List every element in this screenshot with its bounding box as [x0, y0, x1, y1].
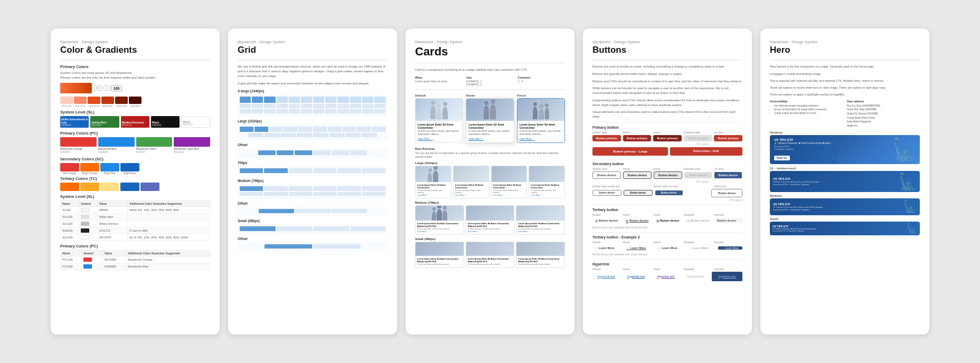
sm-card-body-3: Lorem Ipsum Dolor Sit Amet Consectetur A… [516, 256, 564, 268]
pc-table-section: Primary Colors (PC) Name Swatch Value Ad… [60, 244, 210, 270]
tertiary-btn-hover[interactable]: ⊙ Button device [623, 217, 652, 224]
secondary-btn-ondark[interactable]: Button device [714, 171, 742, 179]
table-row: PC2100 #1E88E5 Mackenzie Blue [61, 263, 210, 270]
secondary-sm-hover[interactable]: Button device [624, 190, 653, 196]
buttons-sub4: Implementing buttons and CTAs should all… [592, 98, 742, 107]
primary-btn-large[interactable]: Button primary - Large [592, 147, 668, 156]
small-size-label: Small (480px) [415, 237, 565, 241]
system-label-1: Mackenzie - Design System [60, 40, 210, 44]
secondary-btn-default[interactable]: Button device [592, 171, 621, 179]
secondary-section: Secondary Colors (SC) Red Orange Bright … [60, 157, 210, 175]
table-row: SL100 #f0f0f0 White 5%, 10%, 20%, 40%, 6… [61, 207, 210, 214]
secondary-sm-ondark[interactable]: Button device [655, 190, 684, 196]
learn-more-1[interactable]: Learn More → [418, 138, 460, 140]
focus-state-label: Focus [517, 94, 565, 97]
tc-sw-4 [120, 183, 139, 191]
default-state-label: Default [415, 94, 463, 97]
hyperlink-default[interactable]: Hyperlink text [592, 273, 620, 280]
tertiary-icon-2: ⊙ [626, 219, 628, 223]
primary-btn-disabled: Button primary [684, 135, 712, 141]
grid-offset-visual [238, 148, 388, 158]
md-card-body-1: Lorem Ipsum Dolor Sit Amet Consectetur A… [416, 221, 464, 234]
sl-swatch-2: Stellan Bert #2E7D32 [90, 116, 119, 128]
grid-xl-row-1 [240, 97, 385, 103]
pc-section: Primary Colors (PC) Mackenzie Orange #E5… [60, 131, 210, 154]
swatch-group-6: #4E0900 [129, 97, 142, 108]
secondary-states-row: Default state Hover Active Disabled stat… [592, 167, 742, 170]
md-card-3: Lorem Ipsum Dolor Sit Amet Consectetur A… [516, 205, 565, 235]
accessibility-col: Accessibility Use Alternate image messag… [770, 100, 843, 128]
card-img-2 [466, 99, 513, 121]
secondary-btn-active[interactable]: Button device [654, 171, 682, 179]
tc-sw-1 [60, 183, 79, 191]
columns-col: Columns 1 - 4 [518, 76, 565, 86]
color-picker-inputs: PC 1 100 [94, 85, 122, 91]
tertiary-btn-active[interactable]: ⊙ Button device [654, 217, 682, 224]
grid-small-label: Small (480px) [238, 219, 388, 223]
tc-swatches-row [60, 183, 210, 191]
system-label-5: Mackenzie - Design System [770, 40, 920, 44]
primary-btn-ondark[interactable]: Button primary [714, 135, 742, 141]
lg-card-body-3: Lorem Ipsum Dolor Sit Amet Consectetur U… [492, 182, 527, 198]
sl-title: System Level (SL) [60, 110, 210, 114]
tertiary2-btn-inverted: ← Learn More [718, 246, 742, 250]
hyperlink-active[interactable]: Hyperlink text [652, 273, 680, 280]
pc-title: Primary Colors (PC) [60, 131, 210, 136]
pc-sw-1 [60, 137, 97, 147]
hyperlink-hover[interactable]: Hyperlink text [622, 273, 649, 280]
secondary-sm-default[interactable]: Button device [592, 190, 621, 196]
best-practices-text: You can use this for an interaction or a… [415, 151, 565, 159]
tertiary-note: Button bonus size available that simply … [592, 226, 742, 229]
grid-700-row-1 [240, 168, 385, 173]
cards-demo-row-default: Lorem Ipsum Dolor Sit Amet Consectetur U… [415, 98, 565, 143]
tertiary2-btn-default[interactable]: ← Learn More [592, 245, 622, 251]
secondary-btn-hover[interactable]: Button device [623, 171, 652, 179]
grid-offset-label: Offset [238, 143, 388, 147]
sl-swatch-3: Modern Recovery #B71C1C [121, 116, 149, 128]
opacity-label: 20% opacity [693, 143, 709, 146]
table-row: SLS100 Sillary Schmun [61, 221, 210, 227]
tc-sw-5 [140, 183, 159, 191]
hyperlink-disabled: Hyperlink text [682, 273, 709, 280]
grid-offset3-row [240, 244, 385, 249]
tertiary2-btn-hover[interactable]: ← Learn More [624, 245, 654, 251]
primary-size-row: Button primary - Large Button primary - … [592, 147, 742, 156]
use-col: Use EXAMPLE_1EXAMPLE_2 [466, 76, 513, 86]
primary-btn-small[interactable]: Button primary - Small [670, 147, 742, 156]
pc-table: Name Swatch Value Additional Color Swatc… [60, 250, 210, 270]
grid-large-label: Large (1024px) [238, 119, 388, 123]
grid-sm-row-1 [240, 226, 385, 231]
tertiary-btn-inverted[interactable]: Button device [715, 218, 742, 223]
what-col: What Lorem ipsum dolor sit amet [415, 76, 462, 86]
swatch-group-5: #7B1A00 [115, 97, 128, 108]
secondary-btn-title: Secondary button [592, 159, 742, 166]
primary-btn-default[interactable]: Button primary [592, 135, 621, 141]
md-card-body-2: Lorem Ipsum Dolor Sit Amet Consectetur A… [466, 221, 514, 234]
hyperlink-inverted[interactable]: Hyperlink text [713, 273, 741, 280]
people-3 [533, 99, 549, 121]
tertiary-icon-3: ⊙ [656, 219, 659, 223]
buttons-intro: Buttons are used to invoke an event, inc… [592, 64, 742, 69]
small-cards-row: Lorem Ipsum Dolor Sit Amet Consectetur A… [415, 242, 565, 268]
hero-sm-statue: 🗽 [907, 222, 918, 235]
accessibility-list: Use Alternate image messaging extension … [770, 104, 843, 116]
hero-xl-content: US TIPS ETF Inflation Protection ✚ Fixed… [773, 177, 917, 186]
swatch-6 [129, 97, 142, 104]
learn-more-3[interactable]: Learn More → [520, 138, 562, 140]
hero-med-statue: 🗽 [903, 198, 917, 215]
tertiary2-inverted-btn[interactable]: ← Learn More [722, 246, 739, 250]
hero-cta-btn[interactable]: Read our [774, 156, 790, 160]
grid-sub: A grid will help make the space and conn… [238, 81, 388, 86]
pc-swatch-2-group: Mackenzie Blue #1E88E5 [98, 137, 135, 154]
learn-more-2[interactable]: Learn More → [468, 138, 511, 140]
sc-sw-4: Bright Navy [120, 163, 139, 175]
table-row: SLA100 #FFFFFF 0p %: 5%, 10%, 20%, 40%, … [61, 234, 210, 241]
grid-700-visual [238, 166, 388, 176]
primary-btn-hover[interactable]: Button primary [623, 135, 652, 141]
tertiary2-btn-active[interactable]: ← Learn More [655, 245, 685, 251]
cards-intro: Card is a component consisting of an ima… [415, 68, 565, 72]
tertiary-btn-default[interactable]: ⊙ Button device [592, 217, 621, 224]
tertiary-icon-1: ⊙ [595, 219, 598, 223]
primary-btn-active[interactable]: Button primary [653, 135, 682, 141]
secondary-sm-size[interactable]: Button device [711, 189, 742, 197]
